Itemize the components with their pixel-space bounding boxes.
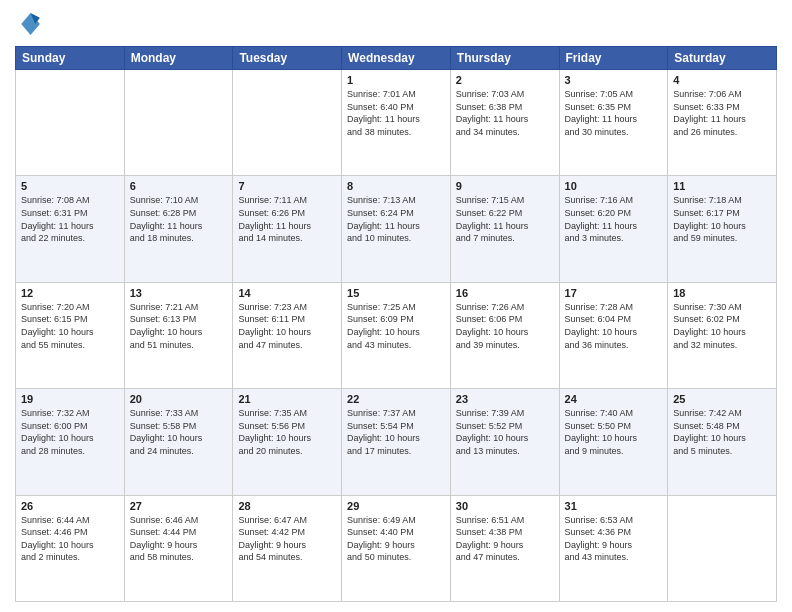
- calendar-cell: 5Sunrise: 7:08 AM Sunset: 6:31 PM Daylig…: [16, 176, 125, 282]
- day-header-saturday: Saturday: [668, 47, 777, 70]
- day-number: 14: [238, 287, 336, 299]
- day-info: Sunrise: 7:32 AM Sunset: 6:00 PM Dayligh…: [21, 407, 119, 457]
- day-info: Sunrise: 7:23 AM Sunset: 6:11 PM Dayligh…: [238, 301, 336, 351]
- calendar-cell: 13Sunrise: 7:21 AM Sunset: 6:13 PM Dayli…: [124, 282, 233, 388]
- day-number: 21: [238, 393, 336, 405]
- page: SundayMondayTuesdayWednesdayThursdayFrid…: [0, 0, 792, 612]
- calendar-cell: 23Sunrise: 7:39 AM Sunset: 5:52 PM Dayli…: [450, 389, 559, 495]
- day-header-thursday: Thursday: [450, 47, 559, 70]
- calendar-cell: 31Sunrise: 6:53 AM Sunset: 4:36 PM Dayli…: [559, 495, 668, 601]
- day-info: Sunrise: 7:26 AM Sunset: 6:06 PM Dayligh…: [456, 301, 554, 351]
- calendar-cell: 12Sunrise: 7:20 AM Sunset: 6:15 PM Dayli…: [16, 282, 125, 388]
- day-info: Sunrise: 6:46 AM Sunset: 4:44 PM Dayligh…: [130, 514, 228, 564]
- calendar-cell: 8Sunrise: 7:13 AM Sunset: 6:24 PM Daylig…: [342, 176, 451, 282]
- calendar-cell: 27Sunrise: 6:46 AM Sunset: 4:44 PM Dayli…: [124, 495, 233, 601]
- calendar-cell: [668, 495, 777, 601]
- day-header-sunday: Sunday: [16, 47, 125, 70]
- day-info: Sunrise: 7:35 AM Sunset: 5:56 PM Dayligh…: [238, 407, 336, 457]
- day-number: 7: [238, 180, 336, 192]
- day-info: Sunrise: 7:37 AM Sunset: 5:54 PM Dayligh…: [347, 407, 445, 457]
- day-number: 10: [565, 180, 663, 192]
- day-number: 29: [347, 500, 445, 512]
- day-info: Sunrise: 7:28 AM Sunset: 6:04 PM Dayligh…: [565, 301, 663, 351]
- day-header-tuesday: Tuesday: [233, 47, 342, 70]
- week-row-3: 19Sunrise: 7:32 AM Sunset: 6:00 PM Dayli…: [16, 389, 777, 495]
- day-number: 6: [130, 180, 228, 192]
- week-row-1: 5Sunrise: 7:08 AM Sunset: 6:31 PM Daylig…: [16, 176, 777, 282]
- day-number: 26: [21, 500, 119, 512]
- day-number: 1: [347, 74, 445, 86]
- day-number: 2: [456, 74, 554, 86]
- day-info: Sunrise: 7:39 AM Sunset: 5:52 PM Dayligh…: [456, 407, 554, 457]
- day-info: Sunrise: 7:05 AM Sunset: 6:35 PM Dayligh…: [565, 88, 663, 138]
- day-info: Sunrise: 7:40 AM Sunset: 5:50 PM Dayligh…: [565, 407, 663, 457]
- calendar-cell: 16Sunrise: 7:26 AM Sunset: 6:06 PM Dayli…: [450, 282, 559, 388]
- day-info: Sunrise: 7:10 AM Sunset: 6:28 PM Dayligh…: [130, 194, 228, 244]
- day-number: 12: [21, 287, 119, 299]
- day-number: 8: [347, 180, 445, 192]
- day-number: 16: [456, 287, 554, 299]
- day-number: 20: [130, 393, 228, 405]
- day-number: 24: [565, 393, 663, 405]
- calendar-cell: 25Sunrise: 7:42 AM Sunset: 5:48 PM Dayli…: [668, 389, 777, 495]
- calendar-cell: 28Sunrise: 6:47 AM Sunset: 4:42 PM Dayli…: [233, 495, 342, 601]
- calendar-cell: 15Sunrise: 7:25 AM Sunset: 6:09 PM Dayli…: [342, 282, 451, 388]
- day-info: Sunrise: 6:51 AM Sunset: 4:38 PM Dayligh…: [456, 514, 554, 564]
- day-header-wednesday: Wednesday: [342, 47, 451, 70]
- day-number: 5: [21, 180, 119, 192]
- day-info: Sunrise: 7:30 AM Sunset: 6:02 PM Dayligh…: [673, 301, 771, 351]
- day-info: Sunrise: 7:20 AM Sunset: 6:15 PM Dayligh…: [21, 301, 119, 351]
- calendar-cell: [16, 70, 125, 176]
- calendar-cell: 4Sunrise: 7:06 AM Sunset: 6:33 PM Daylig…: [668, 70, 777, 176]
- calendar-cell: 11Sunrise: 7:18 AM Sunset: 6:17 PM Dayli…: [668, 176, 777, 282]
- day-number: 27: [130, 500, 228, 512]
- day-number: 3: [565, 74, 663, 86]
- calendar-cell: 18Sunrise: 7:30 AM Sunset: 6:02 PM Dayli…: [668, 282, 777, 388]
- calendar-cell: 14Sunrise: 7:23 AM Sunset: 6:11 PM Dayli…: [233, 282, 342, 388]
- calendar-cell: 10Sunrise: 7:16 AM Sunset: 6:20 PM Dayli…: [559, 176, 668, 282]
- calendar-cell: 30Sunrise: 6:51 AM Sunset: 4:38 PM Dayli…: [450, 495, 559, 601]
- day-info: Sunrise: 7:13 AM Sunset: 6:24 PM Dayligh…: [347, 194, 445, 244]
- day-info: Sunrise: 7:15 AM Sunset: 6:22 PM Dayligh…: [456, 194, 554, 244]
- calendar-cell: [233, 70, 342, 176]
- day-number: 4: [673, 74, 771, 86]
- calendar-cell: 29Sunrise: 6:49 AM Sunset: 4:40 PM Dayli…: [342, 495, 451, 601]
- day-info: Sunrise: 7:18 AM Sunset: 6:17 PM Dayligh…: [673, 194, 771, 244]
- day-info: Sunrise: 6:44 AM Sunset: 4:46 PM Dayligh…: [21, 514, 119, 564]
- day-info: Sunrise: 7:08 AM Sunset: 6:31 PM Dayligh…: [21, 194, 119, 244]
- day-info: Sunrise: 6:53 AM Sunset: 4:36 PM Dayligh…: [565, 514, 663, 564]
- calendar-table: SundayMondayTuesdayWednesdayThursdayFrid…: [15, 46, 777, 602]
- svg-marker-0: [21, 13, 40, 35]
- week-row-4: 26Sunrise: 6:44 AM Sunset: 4:46 PM Dayli…: [16, 495, 777, 601]
- day-number: 22: [347, 393, 445, 405]
- day-info: Sunrise: 7:06 AM Sunset: 6:33 PM Dayligh…: [673, 88, 771, 138]
- day-info: Sunrise: 6:47 AM Sunset: 4:42 PM Dayligh…: [238, 514, 336, 564]
- logo: [15, 10, 47, 38]
- header: [15, 10, 777, 38]
- day-number: 17: [565, 287, 663, 299]
- day-number: 19: [21, 393, 119, 405]
- calendar-cell: 9Sunrise: 7:15 AM Sunset: 6:22 PM Daylig…: [450, 176, 559, 282]
- day-number: 30: [456, 500, 554, 512]
- calendar-cell: [124, 70, 233, 176]
- day-info: Sunrise: 7:16 AM Sunset: 6:20 PM Dayligh…: [565, 194, 663, 244]
- day-number: 11: [673, 180, 771, 192]
- calendar-cell: 22Sunrise: 7:37 AM Sunset: 5:54 PM Dayli…: [342, 389, 451, 495]
- calendar-cell: 1Sunrise: 7:01 AM Sunset: 6:40 PM Daylig…: [342, 70, 451, 176]
- calendar-cell: 17Sunrise: 7:28 AM Sunset: 6:04 PM Dayli…: [559, 282, 668, 388]
- day-info: Sunrise: 7:33 AM Sunset: 5:58 PM Dayligh…: [130, 407, 228, 457]
- week-row-2: 12Sunrise: 7:20 AM Sunset: 6:15 PM Dayli…: [16, 282, 777, 388]
- day-info: Sunrise: 7:03 AM Sunset: 6:38 PM Dayligh…: [456, 88, 554, 138]
- day-number: 18: [673, 287, 771, 299]
- day-header-friday: Friday: [559, 47, 668, 70]
- day-info: Sunrise: 6:49 AM Sunset: 4:40 PM Dayligh…: [347, 514, 445, 564]
- day-info: Sunrise: 7:01 AM Sunset: 6:40 PM Dayligh…: [347, 88, 445, 138]
- calendar-cell: 24Sunrise: 7:40 AM Sunset: 5:50 PM Dayli…: [559, 389, 668, 495]
- day-number: 25: [673, 393, 771, 405]
- day-number: 9: [456, 180, 554, 192]
- day-info: Sunrise: 7:42 AM Sunset: 5:48 PM Dayligh…: [673, 407, 771, 457]
- calendar-cell: 3Sunrise: 7:05 AM Sunset: 6:35 PM Daylig…: [559, 70, 668, 176]
- day-number: 28: [238, 500, 336, 512]
- calendar-cell: 6Sunrise: 7:10 AM Sunset: 6:28 PM Daylig…: [124, 176, 233, 282]
- day-number: 13: [130, 287, 228, 299]
